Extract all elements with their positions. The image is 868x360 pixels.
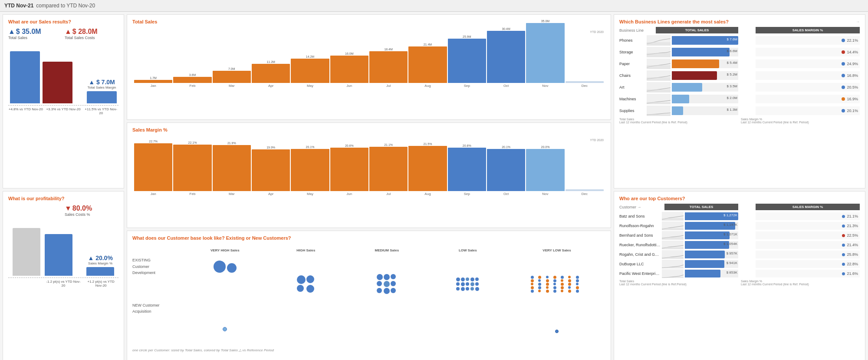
- total-sales-panel: Total Sales 1.7M Jan 3.6M Feb: [127, 14, 611, 120]
- total-sales-kpi: ▲ $ 35.0M Total Sales: [8, 28, 62, 40]
- total-costs-arrow: ▲: [65, 28, 72, 36]
- total-sales-value: $ 35.0M: [16, 28, 41, 36]
- business-lines-title: Which Business Lines generate the most s…: [619, 19, 729, 24]
- bl-margin-header: SALES MARGIN %: [756, 27, 860, 33]
- bl-total-sales-header: TOTAL SALES: [656, 27, 738, 33]
- svg-rect-3: [647, 77, 671, 81]
- svg-rect-2: [647, 65, 671, 69]
- col-medium: MEDIUM Sales: [375, 244, 399, 256]
- svg-rect-10: [662, 247, 684, 249]
- bl-sales-footnote: Total Sales Last 12 months Current Perio…: [619, 118, 738, 124]
- page-header-comparison: compared to YTD Nov-20: [36, 3, 95, 9]
- top-customers-panel: Who are our top Customers? Customer → TO…: [614, 191, 865, 360]
- svg-rect-7: [662, 218, 684, 221]
- costs-change: +3.3% vs YTD Nov-20: [46, 107, 81, 115]
- total-sales-arrow: ▲: [8, 28, 15, 36]
- sales-margin-ytd-label: YTD 2020: [590, 139, 604, 142]
- svg-rect-0: [647, 42, 671, 46]
- top-customers-title: Who are our top Customers?: [619, 196, 685, 201]
- total-sales-costs-kpi: ▲ $ 28.0M Total Sales Costs: [65, 28, 118, 40]
- cust-margin-footnote: Sales Margin % Last 12 months Current Pe…: [741, 280, 860, 286]
- costs-pct-label: Sales Costs %: [65, 212, 118, 217]
- costs-pct-change: -1.2 pt(s) vs YTD Nov-20: [46, 280, 81, 287]
- total-sales-ytd-label: YTD 2020: [590, 30, 604, 33]
- total-margin-label: Total Sales Margin: [88, 86, 116, 89]
- business-line-label: Business Line: [619, 28, 654, 33]
- col-very-low: VERY LOW Sales: [542, 244, 571, 256]
- cust-margin-header: SALES MARGIN %: [756, 204, 860, 210]
- customer-base-footnote: one circle per Customer: sized by Total …: [132, 348, 605, 352]
- customer-base-title: What does our Customer base look like? E…: [132, 235, 605, 241]
- cust-sales-footnote: Total Sales Last 12 months Current Perio…: [619, 280, 738, 286]
- sales-margin-title: Sales Margin %: [132, 127, 605, 132]
- margin-change: +11.5% vs YTD Nov-20: [83, 107, 118, 115]
- svg-rect-12: [662, 267, 684, 268]
- svg-rect-4: [647, 89, 671, 92]
- customer-label: Customer →: [619, 205, 663, 209]
- sales-results-panel: What are our Sales results? ▲ $ 35.0M To…: [3, 14, 124, 188]
- svg-rect-13: [662, 277, 684, 278]
- bl-margin-footnote: Sales Margin % Last 12 months Current Pe…: [741, 118, 860, 124]
- svg-rect-6: [647, 114, 671, 116]
- sales-costs-pct-kpi: ▼ 80.0% Sales Costs %: [65, 205, 118, 217]
- svg-rect-5: [647, 102, 671, 104]
- sales-change: +4.8% vs YTD Nov-20: [8, 107, 43, 115]
- costs-pct-value: 80.0%: [72, 205, 92, 212]
- sales-margin-panel: Sales Margin % 22.7% Jan 22.1% Feb: [127, 122, 611, 228]
- total-costs-label: Total Sales Costs: [65, 36, 118, 40]
- sales-results-title: What are our Sales results?: [8, 19, 118, 24]
- svg-rect-11: [662, 257, 684, 259]
- customer-base-panel: What does our Customer base look like? E…: [127, 231, 611, 360]
- col-very-high: VERY HIGH Sales: [210, 244, 240, 256]
- cust-total-sales-header: TOTAL SALES: [664, 204, 738, 210]
- profitability-title: What is our profitability?: [8, 196, 118, 201]
- svg-rect-1: [647, 53, 671, 57]
- margin-pct-label-2: Sales Margin %: [88, 261, 112, 265]
- margin-pct-change: +1.2 pt(s) vs YTD Nov-20: [83, 280, 118, 287]
- svg-rect-8: [662, 228, 684, 230]
- svg-rect-9: [662, 237, 684, 240]
- page-header-title: YTD Nov-21: [4, 3, 33, 9]
- total-sales-label: Total Sales: [8, 36, 62, 40]
- total-costs-value: $ 28.0M: [72, 28, 98, 36]
- col-low: LOW Sales: [459, 244, 477, 256]
- profitability-panel: What is our profitability? ▼ 80.0% Sales…: [3, 191, 124, 360]
- business-lines-panel: Which Business Lines generate the most s…: [614, 14, 865, 188]
- col-high: HIGH Sales: [296, 244, 315, 256]
